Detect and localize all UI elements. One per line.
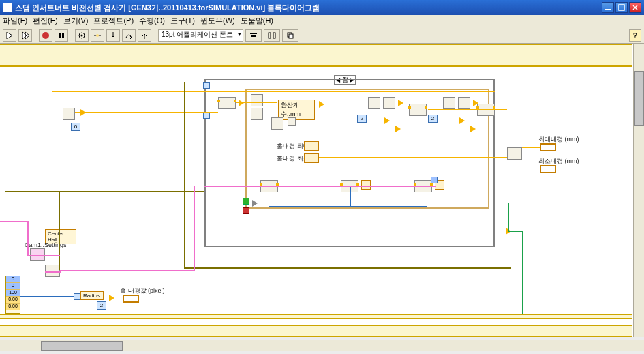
distribute-button[interactable]	[264, 29, 280, 42]
compare-node-1b[interactable]	[383, 97, 395, 109]
vertical-scrollbar-thumb[interactable]	[634, 71, 644, 126]
build-array-1[interactable]	[218, 97, 236, 109]
property-node[interactable]	[63, 108, 75, 120]
min-button[interactable]	[602, 2, 614, 13]
multiply-tri-3[interactable]	[109, 295, 114, 301]
radius-ctrl[interactable]: Radius	[80, 291, 104, 300]
tunnel-top[interactable]	[203, 82, 210, 89]
horizontal-scrollbar[interactable]	[0, 340, 644, 351]
run-cont-button[interactable]	[18, 29, 32, 42]
compare-node-2a[interactable]	[443, 97, 455, 109]
wire-g-2	[508, 203, 509, 231]
wire-o-3	[315, 104, 368, 104]
cluster-cell-3: 0.00	[6, 297, 20, 304]
svg-rect-3	[59, 33, 61, 38]
block-diagram-canvas[interactable]: 참 0 환산계수..mm 2 2 홀내경 최대 홀내경 최소 최대내경	[0, 44, 644, 337]
min-inner-d-mm-indic[interactable]	[540, 165, 556, 173]
const-2-a[interactable]: 2	[357, 115, 367, 123]
wire-o-ind1	[319, 145, 507, 145]
highlight-button[interactable]	[75, 29, 89, 42]
const-2-c[interactable]: 2	[97, 301, 106, 310]
fill-1[interactable]	[361, 180, 371, 190]
compare-node-2b[interactable]	[458, 97, 470, 109]
step-into-button[interactable]	[106, 29, 120, 42]
max-inner-d-mm-indic[interactable]	[540, 143, 556, 151]
tri-right-1[interactable]	[398, 100, 403, 106]
svg-rect-4	[62, 33, 64, 38]
wire-o-top-v	[52, 91, 52, 112]
bundle-2[interactable]	[477, 104, 495, 116]
step-out-button[interactable]	[138, 29, 151, 42]
tri-right-2c[interactable]	[470, 126, 476, 132]
multiply-tri-2[interactable]	[319, 101, 324, 108]
wire-o-ind4	[522, 168, 540, 168]
align-button[interactable]	[245, 29, 262, 42]
const-node-1[interactable]	[288, 117, 296, 126]
cam1-settings-label: Cam1..Settings	[25, 241, 67, 248]
tri-right-1b[interactable]	[384, 117, 390, 124]
pause-button[interactable]	[55, 29, 68, 42]
reorder-button[interactable]	[282, 29, 298, 42]
compare-node-1a[interactable]	[368, 97, 380, 109]
wire-p-2	[27, 255, 60, 256]
menu-window[interactable]: 윈도우(W)	[200, 16, 235, 26]
left-cluster[interactable]: 0 0 100 0.00 0.00	[5, 276, 20, 314]
retain-button[interactable]	[91, 29, 104, 42]
const-0[interactable]: 0	[71, 123, 80, 131]
multiply-tri-1[interactable]	[239, 100, 244, 106]
min-inner-d-ctrl[interactable]	[304, 153, 319, 163]
menu-edit[interactable]: 편집(E)	[33, 16, 58, 26]
wire-g-1	[259, 203, 508, 203]
font-select[interactable]: 13pt 어플리케이션 폰트	[158, 29, 243, 42]
menu-project[interactable]: 프로젝트(P)	[93, 16, 134, 26]
menu-operate[interactable]: 수행(O)	[139, 16, 165, 26]
tri-right-2b[interactable]	[459, 117, 465, 124]
unbundle-node[interactable]	[45, 265, 60, 277]
menu-help[interactable]: 도움말(H)	[241, 16, 273, 26]
max-inner-d-ctrl[interactable]	[304, 141, 319, 151]
horizontal-scrollbar-thumb[interactable]	[41, 341, 123, 351]
select-tri-1[interactable]	[80, 109, 86, 116]
const-2-b[interactable]: 2	[428, 115, 438, 123]
tunnel-mid[interactable]	[203, 112, 210, 119]
wire-b-5	[20, 296, 74, 297]
wire-p-row2	[60, 270, 195, 271]
menu-view[interactable]: 보기(V)	[63, 16, 89, 26]
bool-false[interactable]	[243, 207, 249, 214]
select-bool[interactable]	[252, 200, 258, 207]
max-button[interactable]	[615, 2, 628, 13]
svg-rect-10	[269, 33, 271, 38]
menu-tools[interactable]: 도구(T)	[170, 16, 195, 26]
radius-src[interactable]	[74, 293, 80, 300]
hole-pixel-indic[interactable]	[123, 295, 139, 303]
svg-rect-0	[605, 9, 611, 10]
close-button[interactable]	[629, 2, 641, 13]
context-help-button[interactable]: ?	[629, 29, 641, 42]
subvi-1[interactable]	[251, 94, 263, 106]
titlebar: 스댐 인서트너트 비전선별 검사기 [GEN3기..20110413.forSI…	[0, 0, 644, 15]
subvi-2[interactable]	[251, 108, 263, 120]
svg-point-7	[96, 34, 99, 37]
step-over-button[interactable]	[122, 29, 136, 42]
cam1-settings-ctrl[interactable]	[30, 248, 45, 261]
cluster-cell-2: 100	[6, 290, 20, 297]
merge-node[interactable]	[507, 147, 522, 160]
abort-button[interactable]	[39, 29, 52, 42]
wire-p-row	[204, 186, 436, 187]
wire-k-4	[59, 191, 60, 270]
svg-rect-9	[251, 35, 256, 37]
tri-right-1c[interactable]	[395, 126, 401, 132]
wire-o-4	[395, 104, 443, 104]
bool-true[interactable]	[243, 198, 249, 205]
bundle-1[interactable]	[409, 104, 427, 116]
menu-file[interactable]: 파일(F)	[3, 16, 27, 26]
tunnel-r1[interactable]	[431, 177, 438, 183]
wire-k-1	[5, 191, 204, 192]
run-button[interactable]	[3, 29, 16, 42]
svg-point-2	[42, 32, 49, 39]
subvi-3[interactable]	[271, 117, 283, 130]
vertical-scrollbar[interactable]	[633, 44, 644, 337]
conv-factor-ctrl[interactable]: 환산계수..mm	[278, 100, 315, 120]
wire-b-2	[269, 206, 427, 207]
svg-rect-8	[250, 33, 257, 34]
